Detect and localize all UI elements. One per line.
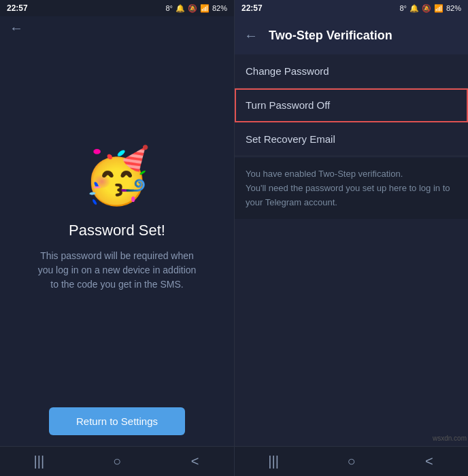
menu-bars-icon: ||| xyxy=(34,454,45,469)
left-back-button[interactable]: ← xyxy=(10,20,23,36)
right-status-icons: 8° 🔔 🔕 📶 82% xyxy=(399,4,461,13)
info-text-content: You have enabled Two-Step verification.Y… xyxy=(246,169,450,207)
turn-password-off-label: Turn Password Off xyxy=(246,99,330,111)
right-back-chevron-icon: < xyxy=(425,454,433,469)
settings-menu: Change Password Turn Password Off Set Re… xyxy=(235,54,468,156)
right-nav-bar: ||| ○ < xyxy=(235,446,468,476)
right-battery-label: 82% xyxy=(446,4,461,12)
verification-info-text: You have enabled Two-Step verification.Y… xyxy=(235,158,468,219)
right-header: ← Two-Step Verification xyxy=(235,16,468,54)
password-set-title: Password Set! xyxy=(69,222,165,239)
set-recovery-email-label: Set Recovery Email xyxy=(246,133,335,145)
left-nav-back-icon[interactable]: < xyxy=(182,448,209,475)
right-time: 22:57 xyxy=(241,3,263,13)
right-signal-icon: 📶 xyxy=(434,4,444,13)
right-alarm-icon: 🔔 xyxy=(410,4,419,13)
right-nav-back-icon[interactable]: < xyxy=(416,448,443,475)
right-home-circle-icon: ○ xyxy=(347,454,355,469)
right-sound-icon: 🔕 xyxy=(422,4,431,13)
right-back-button[interactable]: ← xyxy=(244,28,258,44)
right-nav-menu-icon[interactable]: ||| xyxy=(260,448,287,475)
right-panel: 22:57 8° 🔔 🔕 📶 82% ← Two-Step Verificati… xyxy=(234,0,468,476)
turn-password-off-item[interactable]: Turn Password Off xyxy=(235,88,468,122)
watermark: wsxdn.com xyxy=(433,435,467,442)
change-password-item[interactable]: Change Password xyxy=(235,54,468,88)
right-temp-label: 8° xyxy=(399,4,407,12)
left-panel: 22:57 8° 🔔 🔕 📶 82% ← 🥳 Password Set! Thi… xyxy=(0,0,234,476)
right-status-bar: 22:57 8° 🔔 🔕 📶 82% xyxy=(235,0,468,16)
right-panel-title: Two-Step Verification xyxy=(269,29,392,43)
left-nav-menu-icon[interactable]: ||| xyxy=(25,448,52,475)
back-chevron-icon: < xyxy=(191,454,199,469)
change-password-label: Change Password xyxy=(246,65,329,77)
left-nav-home-icon[interactable]: ○ xyxy=(103,448,131,475)
right-menu-bars-icon: ||| xyxy=(268,454,279,469)
right-nav-home-icon[interactable]: ○ xyxy=(337,448,365,475)
home-circle-icon: ○ xyxy=(113,454,121,469)
left-content-area: 🥳 Password Set! This password will be re… xyxy=(0,0,234,446)
left-nav-bar: ||| ○ < xyxy=(0,446,234,476)
set-recovery-email-item[interactable]: Set Recovery Email xyxy=(235,122,468,156)
return-to-settings-button[interactable]: Return to Settings xyxy=(49,407,185,435)
party-emoji: 🥳 xyxy=(83,144,151,208)
password-set-description: This password will be required when you … xyxy=(35,249,199,292)
